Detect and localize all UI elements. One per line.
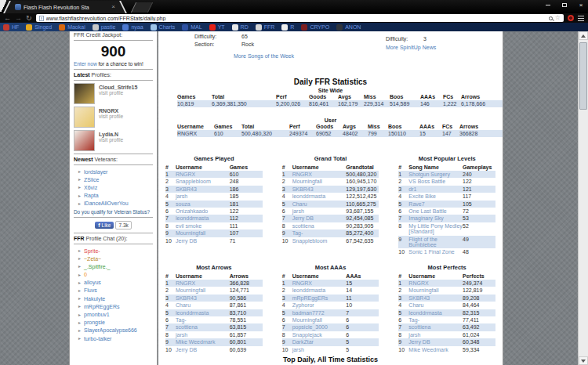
username-link[interactable]: Tag- (292, 230, 303, 236)
chat-user-link[interactable]: Fluvs (84, 287, 97, 293)
bookmark-item[interactable]: MAL (182, 24, 201, 31)
bookmark-item[interactable]: pastie (93, 24, 116, 31)
chat-user-link[interactable]: alloyus (84, 280, 101, 285)
song-link[interactable]: VS Boss Battle (408, 179, 445, 184)
username-link[interactable]: RNGRX (176, 172, 195, 177)
chat-user-link[interactable]: 0 (84, 272, 87, 277)
username-link[interactable]: RNGRX (292, 280, 312, 286)
refresh-button[interactable]: ↻ (26, 15, 32, 22)
username-link[interactable]: Mourningfall (176, 230, 205, 236)
username-link[interactable]: evil smoke (176, 223, 201, 229)
chat-user-link[interactable]: SlayerApocalypse666 (84, 327, 137, 333)
close-button[interactable]: × (576, 2, 586, 9)
chat-user-link[interactable]: turbo-talker (84, 336, 111, 342)
url-text[interactable]: www.flashflashrevolution.com/FFRStats/da… (46, 16, 546, 21)
username-link[interactable]: jarsh (292, 208, 304, 214)
username-link[interactable]: Mike Weedmark (408, 347, 448, 352)
song-link[interactable]: One Last Battle (408, 208, 446, 214)
username-link[interactable]: Tag- (408, 317, 419, 323)
song-link[interactable]: Imaginary Sky (408, 215, 443, 221)
chat-user-link[interactable]: mRpREggERs (84, 304, 120, 309)
bookmark-item[interactable]: FFR (256, 24, 275, 31)
more-spinitup-link[interactable]: More SpinItUp News (386, 45, 436, 50)
username-link[interactable]: jarsh (408, 332, 420, 338)
username-link[interactable]: SKBR43 (176, 186, 197, 192)
bookmark-item[interactable]: YT (209, 24, 225, 31)
username-link[interactable]: Snapplebloom (176, 179, 211, 184)
scrollbar-thumb[interactable] (579, 42, 587, 110)
bookmark-item[interactable]: Singed (26, 24, 52, 31)
veteran-link[interactable]: iDanceAllOverYou (84, 201, 129, 206)
username-link[interactable]: Zyphoror (292, 302, 314, 308)
facebook-like-button[interactable]: fLike (95, 222, 114, 229)
username-link[interactable]: leonddrmasta (176, 215, 209, 221)
username-link[interactable]: Mourningfall (408, 287, 438, 293)
profile-name[interactable]: Cloud_Strife15 (99, 85, 137, 90)
minimize-button[interactable] (543, 2, 553, 9)
username-link[interactable]: Mike Weedmark (176, 339, 215, 345)
username-link[interactable]: mRpREggERs (292, 295, 328, 301)
username-link[interactable]: jarsh (292, 347, 304, 352)
song-link[interactable]: Shotgun Surgery (408, 172, 450, 177)
page-scrollbar[interactable] (578, 31, 588, 365)
bookmark-item[interactable]: HF (3, 24, 19, 31)
username-link[interactable]: scottiena (292, 223, 314, 229)
chat-user-link[interactable]: Sprite- (84, 248, 100, 254)
chat-user-link[interactable]: _.Spitfire._ (84, 264, 110, 269)
chat-user-link[interactable]: pmonbuv1 (84, 312, 110, 317)
username-link[interactable]: Jerry DB (176, 238, 197, 244)
more-songs-link[interactable]: More Songs of the Week (234, 53, 294, 59)
song-link[interactable]: Flight of the Bumblebee (408, 237, 437, 248)
forward-button[interactable]: → (15, 15, 22, 22)
bookmark-item[interactable]: ANON (336, 24, 361, 31)
bookmark-item[interactable]: nyaa (122, 24, 143, 31)
username-link[interactable]: Jerry DB (292, 215, 314, 221)
bookmark-item[interactable]: Charts (151, 24, 176, 31)
username-link[interactable]: souza (176, 201, 191, 207)
song-link[interactable]: My Little Pony Medley [Standard] (408, 223, 462, 234)
bookmark-star-icon[interactable]: ☆ (555, 15, 561, 21)
song-link[interactable]: dr1 (408, 186, 416, 192)
new-tab-button[interactable] (131, 2, 153, 13)
page-icon[interactable] (39, 16, 44, 21)
song-link[interactable]: Rave7 (408, 201, 424, 207)
chat-user-link[interactable]: ~Zeta~ (84, 256, 101, 262)
username-link[interactable]: SKBR43 (408, 295, 430, 301)
profile-name[interactable]: Lydia.N (99, 132, 123, 137)
username-link[interactable]: Snapplebloom (292, 238, 328, 244)
bookmark-item[interactable]: CRYPO (301, 24, 329, 31)
url-bar[interactable]: www.flashflashrevolution.com/FFRStats/da… (36, 14, 564, 22)
menu-icon[interactable] (578, 16, 584, 21)
username-link[interactable]: Snapplejack (292, 332, 322, 338)
enter-now-link[interactable]: Enter now (74, 61, 97, 67)
username-link[interactable]: Mourningfall (292, 317, 322, 323)
chat-user-link[interactable]: prongsie (84, 320, 105, 325)
song-link[interactable]: Excite Bike (408, 193, 436, 199)
username-link[interactable]: leonddrmasta (292, 193, 325, 199)
username-link[interactable]: SKBR43 (176, 295, 197, 301)
username-link[interactable]: Charu (292, 201, 307, 207)
username-link[interactable]: SKBR43 (292, 186, 314, 192)
username-link[interactable]: Charu (408, 302, 423, 308)
restore-button[interactable] (560, 2, 569, 9)
username-link[interactable]: scottiena (176, 324, 198, 330)
visit-profile-link[interactable]: visit profile (99, 114, 123, 119)
username-link[interactable]: DarkZtar (292, 339, 314, 345)
username-link[interactable]: Mourningfall (292, 179, 322, 184)
veteran-qualify-link[interactable]: Do you qualify for Veteran Status? (74, 209, 153, 215)
profile-name[interactable]: RNGRX (99, 108, 123, 114)
tab-close-icon[interactable]: × (111, 4, 115, 10)
username-link[interactable]: Tag- (176, 317, 187, 323)
veteran-link[interactable]: Rapta (84, 193, 99, 198)
username-link[interactable]: Charu (176, 302, 191, 308)
username-link[interactable]: Jerry DB (176, 347, 197, 352)
chat-user-link[interactable]: Hakulyte (84, 296, 105, 302)
username-link[interactable]: RNGRX (292, 172, 312, 177)
veteran-link[interactable]: lordslayer (84, 169, 107, 175)
back-button[interactable]: ← (4, 15, 11, 22)
username-link[interactable]: leonddrmasta (292, 287, 325, 293)
username-link[interactable]: scottiena (408, 324, 430, 330)
username-link[interactable]: jarsh (176, 332, 187, 338)
browser-tab[interactable]: Flash Flash Revolution Sta × (13, 1, 118, 13)
visit-profile-link[interactable]: visit profile (99, 90, 137, 96)
